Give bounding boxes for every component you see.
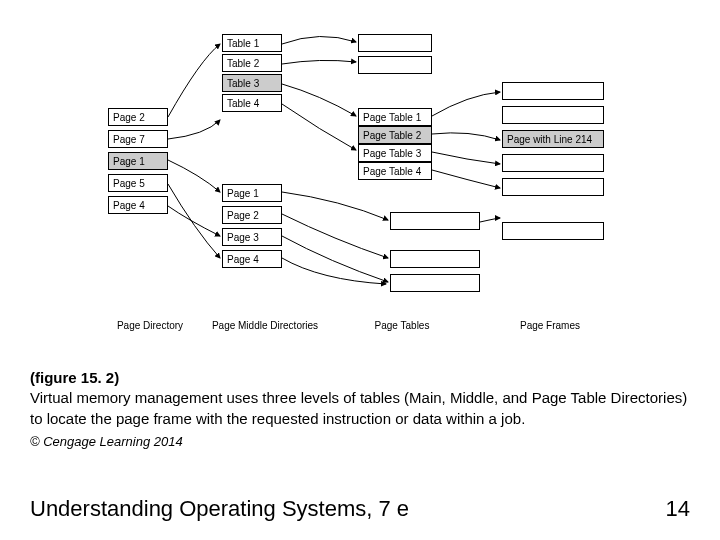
frame-empty-lower [390, 212, 480, 292]
mid-row: Page 2 [222, 206, 282, 224]
dir-row: Page 5 [108, 174, 168, 192]
book-title: Understanding Operating Systems, 7 e [30, 496, 409, 522]
label-frames: Page Frames [500, 320, 600, 331]
page-directory: Page 2 Page 7 Page 1 Page 5 Page 4 [108, 108, 168, 214]
empty-box [358, 56, 432, 74]
frame-box [502, 178, 604, 196]
page-frames: Page with Line 214 [502, 82, 604, 240]
empty-box [390, 250, 480, 268]
page-tables: Page Table 1 Page Table 2 Page Table 3 P… [358, 108, 432, 180]
mid-row: Page 1 [222, 184, 282, 202]
dir-row: Page 7 [108, 130, 168, 148]
empty-box [358, 34, 432, 52]
empty-box [390, 212, 480, 230]
middle-a: Table 1 Table 2 Table 3 Table 4 [222, 34, 282, 112]
mid-row: Table 1 [222, 34, 282, 52]
mid-row: Table 4 [222, 94, 282, 112]
dir-row: Page 4 [108, 196, 168, 214]
pt-row: Page Table 4 [358, 162, 432, 180]
label-pagetables: Page Tables [352, 320, 452, 331]
page-number: 14 [666, 496, 690, 522]
figure-number: (figure 15. 2) [30, 369, 119, 386]
label-middle: Page Middle Directories [205, 320, 325, 331]
pt-row: Page Table 3 [358, 144, 432, 162]
mid-row: Page 4 [222, 250, 282, 268]
mid-row: Table 3 [222, 74, 282, 92]
caption: (figure 15. 2) Virtual memory management… [30, 368, 690, 450]
dir-row: Page 2 [108, 108, 168, 126]
frame-box [502, 82, 604, 100]
label-directory: Page Directory [100, 320, 200, 331]
empty-box [390, 274, 480, 292]
copyright: © Cengage Learning 2014 [30, 433, 690, 451]
frame-target: Page with Line 214 [502, 130, 604, 148]
pt-row: Page Table 1 [358, 108, 432, 126]
pt-row: Page Table 2 [358, 126, 432, 144]
middle-b: Page 1 Page 2 Page 3 Page 4 [222, 184, 282, 268]
frame-box [502, 154, 604, 172]
vm-diagram: Page 2 Page 7 Page 1 Page 5 Page 4 Table… [0, 0, 720, 340]
frame-box [502, 106, 604, 124]
mid-row: Page 3 [222, 228, 282, 246]
frame-box [502, 222, 604, 240]
mid-row: Table 2 [222, 54, 282, 72]
caption-text: Virtual memory management uses three lev… [30, 389, 687, 426]
dir-row: Page 1 [108, 152, 168, 170]
frame-empty [358, 34, 432, 74]
